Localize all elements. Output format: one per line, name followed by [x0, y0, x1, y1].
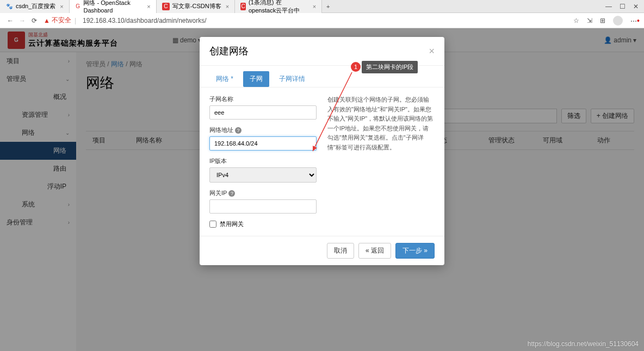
annotation-tooltip: 第二块网卡的IP段 — [362, 61, 418, 73]
help-icon[interactable]: ? — [235, 127, 242, 134]
tab-title: (1条消息) 在openstack云平台中 — [249, 0, 308, 15]
apps-icon[interactable]: ⊞ — [600, 17, 605, 24]
subnet-name-label: 子网名称 — [209, 95, 317, 103]
favicon-icon: G — [75, 3, 81, 10]
browser-tab[interactable]: C (1条消息) 在openstack云平台中 × — [235, 0, 322, 13]
browser-tab[interactable]: 🐾 csdn_百度搜索 × — [0, 0, 70, 13]
close-icon[interactable]: × — [226, 3, 229, 10]
ip-version-label: IP版本 — [209, 157, 317, 165]
insecure-icon: ▲ 不安全 — [44, 16, 71, 25]
url-field[interactable]: ▲ 不安全 | 192.168.43.10/dashboard/admin/ne… — [40, 16, 573, 25]
address-bar: ← → ⟳ ▲ 不安全 | 192.168.43.10/dashboard/ad… — [0, 13, 644, 28]
create-network-modal: 创建网络 × 网络 子网 子网详情 子网名称 网络地址? IP版本 — [200, 37, 444, 265]
disable-gateway-checkbox[interactable] — [209, 221, 216, 228]
minimize-icon[interactable]: — — [605, 3, 612, 10]
network-addr-input[interactable] — [209, 136, 317, 151]
tab-title: 网络 - OpenStack Dashboard — [83, 0, 143, 14]
profile-icon[interactable] — [613, 16, 623, 26]
url-text: 192.168.43.10/dashboard/admin/networks/ — [83, 17, 207, 24]
network-addr-label: 网络地址? — [209, 126, 317, 134]
reload-icon[interactable]: ⟳ — [28, 17, 40, 24]
close-window-icon[interactable]: ✕ — [633, 3, 639, 10]
close-icon[interactable]: × — [60, 3, 63, 10]
gateway-input[interactable] — [209, 199, 317, 214]
tab-title: csdn_百度搜索 — [16, 2, 55, 10]
subnet-name-input[interactable] — [209, 105, 317, 120]
tab-subnet-detail[interactable]: 子网详情 — [273, 71, 312, 87]
annotation-badge: 1 — [351, 62, 361, 72]
help-icon[interactable]: ? — [228, 190, 235, 197]
star-icon[interactable]: ☆ — [573, 17, 579, 24]
modal-help-text: 创建关联到这个网络的子网。您必须输入有效的"网络地址"和"网关IP"。如果您不输… — [327, 95, 435, 228]
close-icon[interactable]: × — [147, 3, 150, 10]
favicon-icon: 🐾 — [5, 3, 13, 10]
favicon-icon: C — [240, 3, 246, 10]
menu-icon[interactable]: ⋯• — [630, 16, 640, 25]
browser-tab[interactable]: G 网络 - OpenStack Dashboard × — [70, 0, 157, 13]
new-tab-button[interactable]: + — [322, 3, 334, 10]
browser-tab[interactable]: C 写文章-CSDN博客 × — [157, 0, 235, 13]
watermark: https://blog.csdn.net/weixin_51130604 — [528, 340, 639, 348]
browser-tab-strip: 🐾 csdn_百度搜索 × G 网络 - OpenStack Dashboard… — [0, 0, 644, 13]
back-button[interactable]: « 返回 — [358, 243, 391, 259]
gateway-label: 网关IP? — [209, 189, 317, 197]
tab-title: 写文章-CSDN博客 — [172, 2, 221, 10]
close-icon[interactable]: × — [313, 3, 316, 10]
cancel-button[interactable]: 取消 — [327, 243, 354, 259]
close-icon[interactable]: × — [429, 46, 435, 57]
tab-network[interactable]: 网络 — [209, 71, 240, 87]
modal-title: 创建网络 — [209, 45, 249, 58]
tab-subnet[interactable]: 子网 — [243, 71, 269, 87]
favicon-icon: C — [162, 3, 170, 10]
modal-backdrop[interactable]: 创建网络 × 网络 子网 子网详情 子网名称 网络地址? IP版本 — [0, 28, 644, 351]
extension-icon[interactable]: ⇲ — [587, 17, 592, 24]
disable-gateway-label: 禁用网关 — [220, 220, 244, 228]
next-button[interactable]: 下一步 » — [395, 243, 435, 259]
maximize-icon[interactable]: ☐ — [620, 3, 626, 10]
ip-version-select[interactable]: IPv4 — [209, 167, 317, 183]
forward-icon[interactable]: → — [16, 17, 28, 24]
back-icon[interactable]: ← — [4, 17, 16, 24]
